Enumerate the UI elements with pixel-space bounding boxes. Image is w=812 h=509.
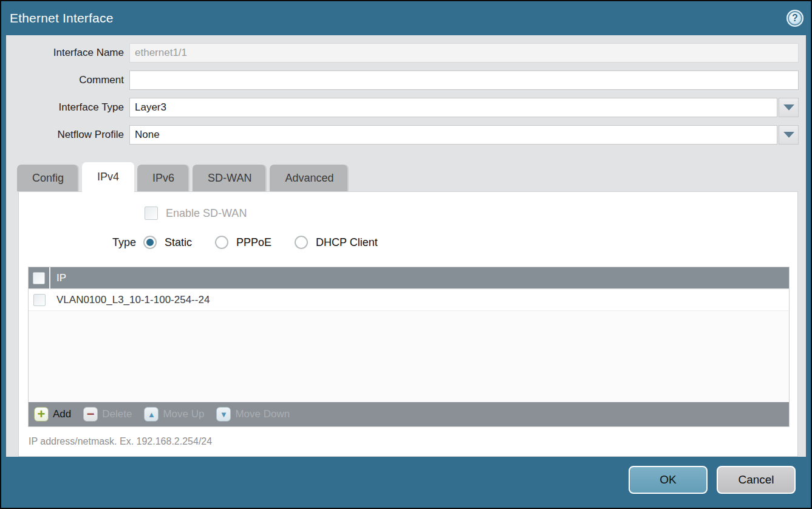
radio-pppoe-icon[interactable] <box>215 236 228 249</box>
move-down-button-label: Move Down <box>235 408 290 420</box>
row-checkbox[interactable] <box>33 294 46 306</box>
netflow-profile-dropdown-button[interactable] <box>779 125 799 145</box>
select-all-checkbox[interactable] <box>33 272 45 284</box>
form-row-interface-type: Interface Type Layer3 <box>12 98 799 117</box>
radio-option-dhcp-client[interactable]: DHCP Client <box>295 236 394 249</box>
radio-dhcp-icon[interactable] <box>295 236 308 249</box>
minus-icon: − <box>83 407 98 422</box>
arrow-down-icon: ▼ <box>216 407 231 422</box>
form-row-netflow-profile: Netflow Profile None <box>12 125 799 145</box>
interface-name-field <box>129 43 799 63</box>
radio-option-static[interactable]: Static <box>143 236 208 249</box>
arrow-up-icon: ▲ <box>144 407 159 422</box>
ip-cell-value[interactable]: VLAN0100_L3_10-1-100-254--24 <box>50 294 210 306</box>
type-label: Type <box>19 236 136 249</box>
ok-button[interactable]: OK <box>629 466 708 494</box>
tab-config[interactable]: Config <box>17 165 79 191</box>
type-radio-group: Type Static PPPoE DHCP Client <box>19 234 797 250</box>
radio-static-icon[interactable] <box>143 236 157 249</box>
interface-type-dropdown[interactable]: Layer3 <box>129 98 799 117</box>
netflow-profile-value[interactable]: None <box>129 125 777 145</box>
interface-type-value[interactable]: Layer3 <box>129 98 777 117</box>
title-bar: Ethernet Interface ? <box>1 1 811 35</box>
comment-field[interactable] <box>129 70 799 90</box>
tab-ipv6[interactable]: IPv6 <box>137 165 189 191</box>
ip-column-header[interactable]: IP <box>50 272 66 284</box>
enable-sdwan-row: Enable SD-WAN <box>145 206 797 220</box>
add-button[interactable]: + Add <box>34 407 71 422</box>
ip-netmask-hint: IP address/netmask. Ex. 192.168.2.254/24 <box>29 436 797 447</box>
form-row-interface-name: Interface Name <box>12 43 799 63</box>
netflow-profile-dropdown[interactable]: None <box>129 125 799 145</box>
move-down-button[interactable]: ▼ Move Down <box>216 407 290 422</box>
interface-name-label: Interface Name <box>12 47 129 59</box>
add-button-label: Add <box>53 408 71 420</box>
interface-type-label: Interface Type <box>12 101 129 114</box>
chevron-down-icon <box>783 104 794 111</box>
help-icon[interactable]: ? <box>786 10 803 27</box>
chevron-down-icon <box>783 132 794 138</box>
radio-static-label: Static <box>165 236 192 249</box>
tab-sdwan[interactable]: SD-WAN <box>193 165 267 191</box>
netflow-profile-label: Netflow Profile <box>12 129 129 141</box>
tab-bar: Config IPv4 IPv6 SD-WAN Advanced <box>12 162 799 191</box>
tab-advanced[interactable]: Advanced <box>270 165 349 191</box>
help-icon-glyph: ? <box>792 13 798 24</box>
radio-pppoe-label: PPPoE <box>236 236 271 249</box>
form-row-comment: Comment <box>12 70 799 90</box>
ethernet-interface-dialog: Ethernet Interface ? Interface Name Comm… <box>0 0 812 509</box>
interface-type-dropdown-button[interactable] <box>779 98 799 117</box>
ip-table: IP VLAN0100_L3_10-1-100-254--24 + Add − <box>28 267 790 427</box>
table-empty-area <box>29 311 789 402</box>
dialog-content: Interface Name Comment Interface Type La… <box>6 35 806 457</box>
table-row[interactable]: VLAN0100_L3_10-1-100-254--24 <box>29 290 789 311</box>
cancel-button[interactable]: Cancel <box>717 466 796 494</box>
dialog-title: Ethernet Interface <box>10 11 114 26</box>
tab-ipv4[interactable]: IPv4 <box>82 162 134 192</box>
radio-dhcp-label: DHCP Client <box>316 236 378 249</box>
table-toolbar: + Add − Delete ▲ Move Up ▼ Move Down <box>29 402 789 426</box>
move-up-button[interactable]: ▲ Move Up <box>144 407 204 422</box>
delete-button-label: Delete <box>102 408 132 420</box>
ipv4-tab-panel: Enable SD-WAN Type Static PPPoE DHCP Cli… <box>18 191 798 457</box>
ip-table-header: IP <box>29 267 789 290</box>
move-up-button-label: Move Up <box>163 408 204 420</box>
comment-label: Comment <box>12 74 129 86</box>
plus-icon: + <box>34 407 49 422</box>
enable-sdwan-checkbox[interactable] <box>145 207 158 220</box>
enable-sdwan-label: Enable SD-WAN <box>166 207 247 220</box>
radio-option-pppoe[interactable]: PPPoE <box>215 236 287 249</box>
dialog-footer: OK Cancel <box>1 457 811 508</box>
delete-button[interactable]: − Delete <box>83 407 132 422</box>
